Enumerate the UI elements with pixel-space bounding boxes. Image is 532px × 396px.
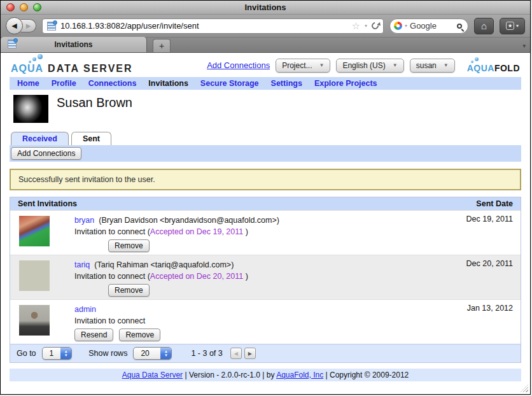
logo-rest-text: DATA SERVER	[48, 63, 132, 74]
add-connections-link[interactable]: Add Connections	[207, 60, 270, 70]
tab-overflow-icon[interactable]: ▾	[522, 43, 526, 49]
rows-select[interactable]: 20 ▲ ▼	[133, 347, 172, 360]
history-buttons: ◀ ▶	[6, 17, 36, 34]
search-input[interactable]: Google	[410, 21, 454, 31]
table-row: admin Invitation to connect Resend Remov…	[10, 299, 521, 344]
invitation-tabs: Received Sent	[1, 132, 530, 145]
column-sent-date: Sent Date	[476, 199, 513, 208]
rows-select-value: 20	[134, 348, 160, 359]
bookmark-star-icon[interactable]: ☆	[352, 21, 360, 31]
user-details: (Tariq Rahiman <tariq@aquafold.com>)	[94, 260, 234, 269]
footer-site-link[interactable]: Aqua Data Server	[122, 371, 183, 379]
back-icon: ◀	[11, 22, 17, 30]
tab-bar: Invitations + ▾	[1, 38, 530, 53]
browser-toolbar: ◀ ▶ 10.168.1.93:8082/app/user/invite/sen…	[1, 15, 530, 38]
minimize-button[interactable]	[20, 3, 28, 11]
tab-sent[interactable]: Sent	[71, 132, 111, 145]
stepper-down-icon: ▼	[164, 353, 168, 357]
tab-title: Invitations	[54, 40, 92, 49]
bookmarks-dropdown-icon: ▾	[516, 23, 519, 29]
stepper-down-icon: ▼	[64, 353, 68, 357]
home-icon: ⌂	[481, 21, 487, 31]
nav-item-connections[interactable]: Connections	[88, 79, 137, 88]
remove-button[interactable]: Remove	[119, 329, 160, 341]
project-dropdown[interactable]: Project... ▼	[276, 59, 330, 73]
forward-icon: ▶	[26, 22, 31, 29]
remove-button[interactable]: Remove	[108, 239, 150, 252]
title-bar[interactable]: Invitations	[1, 1, 530, 15]
site-favicon-icon	[47, 22, 56, 31]
aquafold-aqua-text: AQUA	[467, 63, 494, 73]
plus-icon: +	[159, 41, 164, 51]
magnifier-icon[interactable]	[457, 24, 462, 29]
prev-icon: ◀	[234, 351, 238, 357]
invitation-suffix: )	[243, 272, 248, 281]
nav-item-profile[interactable]: Profile	[52, 79, 76, 88]
close-button[interactable]	[6, 3, 15, 11]
back-button[interactable]: ◀	[6, 17, 23, 34]
page-content: AQUADATA SERVER Add Connections Project.…	[1, 53, 530, 394]
aquafold-fold-text: FOLD	[494, 63, 520, 73]
actions-strip: Add Connections	[10, 145, 521, 162]
invitation-suffix: )	[243, 227, 248, 236]
prev-page-button[interactable]: ◀	[230, 348, 242, 359]
stepper-icon[interactable]: ▲ ▼	[160, 348, 171, 359]
chevron-down-icon: ▼	[444, 62, 449, 68]
url-text[interactable]: 10.168.1.93:8082/app/user/invite/sent	[60, 21, 347, 31]
page-select-value: 1	[43, 348, 61, 359]
traffic-lights	[1, 3, 41, 11]
show-rows-label: Show rows	[88, 349, 127, 358]
nav-item-secure-storage[interactable]: Secure Storage	[200, 79, 259, 88]
bookmarks-menu-button[interactable]: ★ ▾	[500, 18, 525, 34]
footer-copyright: Copyright © 2009-2012	[330, 371, 409, 379]
url-bar[interactable]: 10.168.1.93:8082/app/user/invite/sent ☆ …	[42, 18, 384, 34]
aquafold-logo: AQUAFOLD	[467, 57, 520, 73]
reload-icon[interactable]	[370, 21, 380, 31]
window-title: Invitations	[1, 3, 530, 12]
tab-received[interactable]: Received	[11, 132, 69, 145]
home-button[interactable]: ⌂	[474, 18, 494, 34]
logo-bubbles-icon	[471, 57, 520, 63]
profile-section: Susan Brown	[1, 90, 530, 127]
app-header: AQUADATA SERVER Add Connections Project.…	[1, 53, 530, 76]
nav-item-explore-projects[interactable]: Explore Projects	[314, 79, 377, 88]
stepper-icon[interactable]: ▲ ▼	[60, 348, 71, 359]
resize-grip[interactable]	[521, 385, 528, 392]
add-connections-button[interactable]: Add Connections	[11, 147, 81, 160]
google-logo-icon	[394, 22, 402, 30]
table-row: tariq (Tariq Rahiman <tariq@aquafold.com…	[10, 255, 521, 299]
zoom-button[interactable]	[33, 3, 41, 11]
tab-favicon-icon	[8, 39, 17, 48]
next-page-button[interactable]: ▶	[244, 348, 256, 359]
username-link[interactable]: admin	[74, 305, 96, 314]
user-dropdown[interactable]: susan ▼	[410, 59, 455, 73]
nav-item-settings[interactable]: Settings	[271, 79, 302, 88]
chevron-down-icon: ▼	[319, 62, 325, 68]
forward-button[interactable]: ▶	[21, 19, 36, 32]
tab-invitations[interactable]: Invitations	[1, 37, 147, 52]
logo-bubbles-icon	[29, 56, 133, 63]
search-box[interactable]: ▾ Google	[389, 18, 468, 34]
username-link[interactable]: bryan	[74, 216, 94, 225]
remove-button[interactable]: Remove	[108, 284, 150, 297]
language-dropdown[interactable]: English (US) ▼	[336, 59, 403, 73]
footer-company-link[interactable]: AquaFold, Inc	[276, 371, 323, 379]
avatar	[19, 216, 50, 246]
nav-item-invitations[interactable]: Invitations	[148, 79, 188, 88]
table-header: Sent Invitations Sent Date	[10, 197, 521, 210]
resend-button[interactable]: Resend	[74, 329, 113, 341]
search-engine-dropdown-icon[interactable]: ▾	[405, 23, 407, 29]
username-link[interactable]: tariq	[74, 260, 90, 269]
next-icon: ▶	[248, 351, 252, 357]
user-details: (Bryan Davidson <bryandavidson@aquafold.…	[99, 216, 279, 225]
avatar	[19, 260, 50, 291]
header-controls: Add Connections Project... ▼ English (US…	[207, 57, 520, 73]
pagination-bar: Go to 1 ▲ ▼ Show rows 20 ▲ ▼ 1 - 3 o	[10, 344, 521, 362]
invitation-text: Invitation to connect (	[74, 227, 150, 236]
url-dropdown-icon[interactable]: ▾	[365, 23, 367, 29]
new-tab-button[interactable]: +	[153, 39, 171, 52]
table-row: bryan (Bryan Davidson <bryandavidson@aqu…	[10, 210, 521, 255]
nav-item-home[interactable]: Home	[17, 79, 39, 88]
page-select[interactable]: 1 ▲ ▼	[42, 347, 73, 360]
goto-label: Go to	[17, 349, 36, 358]
